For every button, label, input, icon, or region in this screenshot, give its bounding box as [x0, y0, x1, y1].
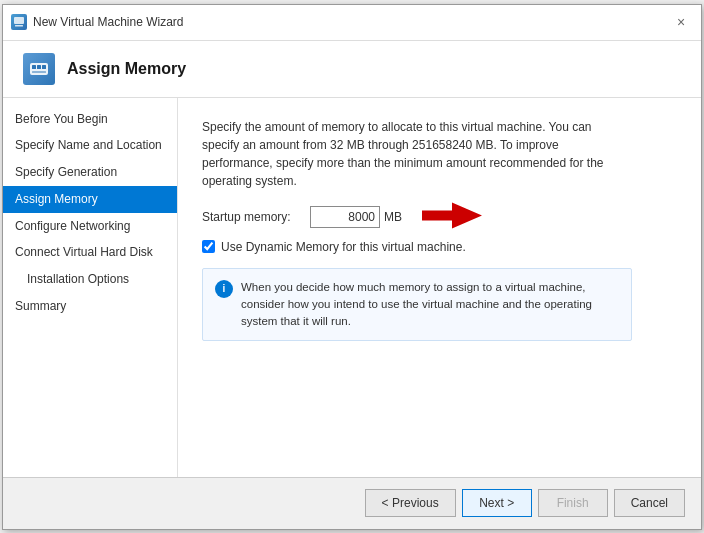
svg-rect-0 — [14, 17, 24, 24]
sidebar-item-configure-networking[interactable]: Configure Networking — [3, 213, 177, 240]
svg-rect-3 — [32, 65, 36, 69]
dynamic-memory-checkbox[interactable] — [202, 240, 215, 253]
page-title: Assign Memory — [67, 60, 186, 78]
window-title: New Virtual Machine Wizard — [33, 15, 184, 29]
content-area: Before You BeginSpecify Name and Locatio… — [3, 98, 701, 477]
close-button[interactable]: × — [669, 10, 693, 34]
next-button[interactable]: Next > — [462, 489, 532, 517]
svg-marker-7 — [422, 202, 482, 228]
sidebar-item-summary[interactable]: Summary — [3, 293, 177, 320]
footer: < Previous Next > Finish Cancel — [3, 477, 701, 529]
window-icon — [11, 14, 27, 30]
startup-memory-label: Startup memory: — [202, 210, 302, 224]
startup-memory-row: Startup memory: MB — [202, 206, 677, 228]
svg-rect-6 — [32, 71, 46, 73]
sidebar-item-specify-name-and-location[interactable]: Specify Name and Location — [3, 132, 177, 159]
startup-memory-input[interactable] — [310, 206, 380, 228]
title-bar: New Virtual Machine Wizard × — [3, 5, 701, 41]
header-icon — [23, 53, 55, 85]
sidebar-item-assign-memory[interactable]: Assign Memory — [3, 186, 177, 213]
info-text: When you decide how much memory to assig… — [241, 279, 619, 331]
sidebar-item-installation-options[interactable]: Installation Options — [3, 266, 177, 293]
memory-unit-label: MB — [384, 210, 402, 224]
previous-button[interactable]: < Previous — [365, 489, 456, 517]
red-arrow-icon — [417, 200, 482, 230]
svg-rect-1 — [15, 25, 23, 27]
arrow-indicator — [417, 200, 482, 233]
memory-input-wrapper: MB — [310, 206, 402, 228]
wizard-window: New Virtual Machine Wizard × Assign Memo… — [2, 4, 702, 530]
sidebar: Before You BeginSpecify Name and Locatio… — [3, 98, 178, 477]
svg-rect-5 — [42, 65, 46, 69]
sidebar-item-connect-virtual-hard-disk[interactable]: Connect Virtual Hard Disk — [3, 239, 177, 266]
svg-rect-4 — [37, 65, 41, 69]
sidebar-item-specify-generation[interactable]: Specify Generation — [3, 159, 177, 186]
title-bar-left: New Virtual Machine Wizard — [11, 14, 184, 30]
page-header: Assign Memory — [3, 41, 701, 98]
info-icon: i — [215, 280, 233, 298]
info-box: i When you decide how much memory to ass… — [202, 268, 632, 342]
dynamic-memory-label: Use Dynamic Memory for this virtual mach… — [221, 240, 466, 254]
cancel-button[interactable]: Cancel — [614, 489, 685, 517]
dynamic-memory-row: Use Dynamic Memory for this virtual mach… — [202, 240, 677, 254]
sidebar-item-before-you-begin[interactable]: Before You Begin — [3, 106, 177, 133]
description-text: Specify the amount of memory to allocate… — [202, 118, 632, 190]
finish-button[interactable]: Finish — [538, 489, 608, 517]
main-content: Specify the amount of memory to allocate… — [178, 98, 701, 477]
